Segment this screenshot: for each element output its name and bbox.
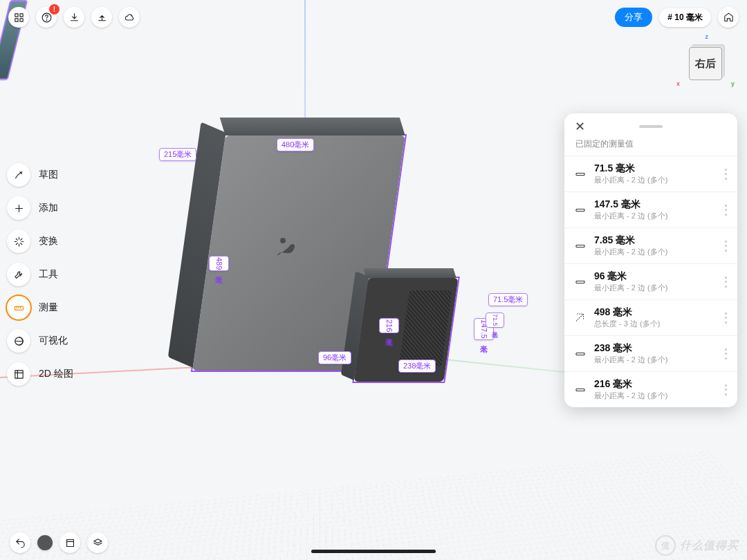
dim-tower-depth: 215毫米 [159, 148, 196, 161]
axis-z-label: z [706, 33, 709, 40]
axis-x-label: x [676, 80, 680, 87]
tool-label: 草图 [39, 169, 58, 181]
home-view-button[interactable] [718, 7, 739, 28]
row-more-button[interactable] [725, 348, 728, 360]
measure-value: 7.85 毫米 [594, 234, 717, 247]
svg-point-6 [46, 19, 47, 20]
svg-rect-4 [19, 18, 22, 21]
row-more-button[interactable] [725, 312, 728, 324]
measure-subtitle: 最小距离 - 2 边 (多个) [594, 175, 717, 185]
bottom-toolbar [0, 525, 747, 560]
tool-transform[interactable]: 变换 [7, 230, 73, 253]
measure-subtitle: 最小距离 - 2 边 (多个) [594, 391, 717, 401]
row-more-button[interactable] [725, 169, 728, 180]
undo-small-button[interactable] [37, 535, 53, 550]
dim-cube-height: 216毫米 [379, 318, 399, 333]
svg-rect-10 [66, 539, 73, 546]
view-cube[interactable]: 右后 z x y [683, 41, 728, 86]
dim-phone-width: 71.5毫米 [488, 293, 528, 306]
row-more-button[interactable] [725, 384, 728, 395]
measure-value: 238 毫米 [594, 342, 717, 355]
import-button[interactable] [64, 7, 84, 28]
measure-subtitle: 最小距离 - 2 边 (多个) [594, 283, 717, 293]
measure-value: 71.5 毫米 [594, 162, 717, 175]
svg-point-0 [280, 238, 286, 243]
tool-sketch[interactable]: 草图 [7, 163, 73, 187]
svg-rect-2 [19, 13, 22, 16]
sketch-icon [7, 163, 30, 187]
tool-drawing[interactable]: 2D 绘图 [7, 362, 73, 386]
tool-label: 2D 绘图 [39, 368, 73, 380]
measurement-row[interactable]: 216 毫米最小距离 - 2 边 (多个) [564, 371, 737, 407]
measurement-row[interactable]: 71.5 毫米最小距离 - 2 边 (多个) [564, 156, 737, 192]
cloud-button[interactable] [119, 7, 140, 28]
svg-rect-1 [15, 13, 17, 16]
export-button[interactable] [91, 7, 112, 28]
tool-add[interactable]: 添加 [7, 196, 73, 220]
measure-type-icon [574, 240, 587, 252]
dim-gap-96: 96毫米 [318, 351, 351, 364]
dim-cube-width: 238毫米 [398, 360, 436, 373]
drawing-icon [7, 362, 30, 386]
tool-label: 可视化 [39, 335, 68, 347]
row-more-button[interactable] [725, 277, 728, 288]
layers-button[interactable] [87, 532, 108, 553]
alert-badge: ! [49, 4, 59, 15]
panel-title: 已固定的测量值 [564, 137, 737, 156]
measurement-row[interactable]: 498 毫米总长度 - 3 边 (多个) [564, 299, 737, 335]
measurement-row[interactable]: 147.5 毫米最小距离 - 2 边 (多个) [564, 192, 737, 227]
measure-type-icon [574, 312, 587, 324]
visualize-icon [7, 329, 30, 353]
measure-type-icon [574, 384, 587, 396]
add-icon [7, 196, 30, 220]
panel-close-button[interactable]: ✕ [573, 120, 587, 133]
tool-label: 测量 [39, 301, 58, 314]
measure-value: 147.5 毫米 [594, 198, 717, 211]
measure-subtitle: 最小距离 - 2 边 (多个) [594, 211, 717, 221]
tool-icon [7, 263, 30, 286]
tool-tool[interactable]: 工具 [7, 263, 73, 286]
measure-type-icon [574, 348, 587, 360]
undo-button[interactable] [10, 532, 30, 553]
measure-type-icon [574, 168, 587, 180]
apps-button[interactable] [8, 7, 29, 28]
history-button[interactable] [59, 532, 80, 553]
svg-rect-7 [15, 306, 24, 310]
measure-type-icon [574, 276, 587, 288]
measurement-panel[interactable]: ✕ 已固定的测量值 71.5 毫米最小距离 - 2 边 (多个)147.5 毫米… [564, 113, 737, 407]
measurement-row[interactable]: 96 毫米最小距离 - 2 边 (多个) [564, 263, 737, 299]
measure-value: 216 毫米 [594, 378, 717, 391]
measure-type-icon [574, 204, 587, 216]
measure-subtitle: 最小距离 - 2 边 (多个) [594, 247, 717, 257]
help-button[interactable]: ! [36, 7, 57, 28]
dim-tower-width: 480毫米 [277, 138, 314, 151]
inwin-logo-icon [273, 235, 301, 263]
top-toolbar: ! 分享 # 10 毫米 [0, 0, 747, 35]
grid-snap-button[interactable]: # 10 毫米 [659, 8, 711, 27]
tool-measure[interactable]: 测量 [7, 296, 73, 319]
tool-label: 变换 [39, 235, 58, 248]
watermark: 值什么值得买 [655, 535, 739, 556]
dim-tower-height: 489毫米 [209, 256, 229, 271]
measure-value: 96 毫米 [594, 270, 717, 283]
tool-label: 工具 [39, 268, 58, 281]
tool-label: 添加 [39, 202, 58, 214]
measurement-row[interactable]: 238 毫米最小距离 - 2 边 (多个) [564, 335, 737, 371]
svg-rect-3 [15, 18, 17, 21]
measure-icon [7, 296, 30, 319]
dim-phone-thick: 71.5毫米 [486, 312, 504, 328]
panel-drag-handle[interactable] [639, 125, 663, 128]
measure-subtitle: 总长度 - 3 边 (多个) [594, 319, 717, 329]
transform-icon [7, 230, 30, 253]
axis-y-label: y [731, 80, 735, 87]
view-cube-face[interactable]: 右后 [689, 47, 722, 80]
share-button[interactable]: 分享 [615, 8, 652, 27]
tool-rail: 草图添加变换工具测量可视化2D 绘图 [7, 163, 73, 386]
measure-subtitle: 最小距离 - 2 边 (多个) [594, 355, 717, 365]
tool-visualize[interactable]: 可视化 [7, 329, 73, 353]
row-more-button[interactable] [725, 241, 728, 252]
row-more-button[interactable] [725, 205, 728, 216]
measurement-row[interactable]: 7.85 毫米最小距离 - 2 边 (多个) [564, 227, 737, 263]
svg-rect-9 [15, 370, 22, 377]
home-indicator [311, 550, 436, 553]
